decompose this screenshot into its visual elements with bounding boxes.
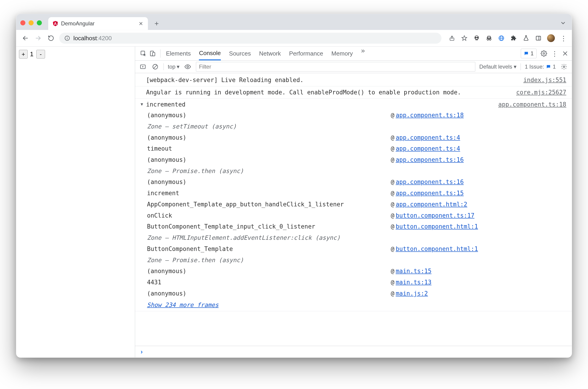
console-sidebar-toggle-icon[interactable] <box>139 63 147 71</box>
browser-tab[interactable]: DemoAngular × <box>48 17 148 30</box>
issues-button[interactable]: 1 Issue: 1 <box>525 64 556 70</box>
stack-frame-location: @app.component.ts:4 <box>391 132 566 143</box>
tab-sources[interactable]: Sources <box>229 47 251 60</box>
devtools-toolbar: Elements Console Sources Network Perform… <box>135 47 572 61</box>
devtools-settings-icon[interactable] <box>541 50 547 57</box>
browser-window: DemoAngular × + localhost:4200 <box>16 14 572 358</box>
messages-count: 1 <box>531 50 534 57</box>
stack-frame-function: (anonymous) <box>147 110 385 121</box>
stack-frame-function: (anonymous) <box>147 177 385 187</box>
source-link[interactable]: app.component.ts:18 <box>396 112 464 119</box>
stack-frame-function: onClick <box>147 210 385 221</box>
tab-elements[interactable]: Elements <box>166 47 191 60</box>
source-link[interactable]: main.js:2 <box>396 290 428 297</box>
prompt-caret-icon: › <box>141 348 143 356</box>
window-minimize[interactable] <box>29 20 33 25</box>
site-info-icon[interactable] <box>64 35 70 41</box>
reload-button[interactable] <box>46 33 56 43</box>
window-zoom[interactable] <box>37 20 42 25</box>
content-area: + 1 - Elements Console Sources Networ <box>16 47 572 357</box>
svg-rect-15 <box>536 36 541 40</box>
labs-flask-icon[interactable] <box>523 34 530 42</box>
new-tab-button[interactable]: + <box>152 19 162 29</box>
page-viewport: + 1 - <box>16 47 135 357</box>
source-link[interactable]: main.ts:15 <box>396 268 432 274</box>
svg-point-27 <box>187 66 189 68</box>
console-subtoolbar: top ▾ Default levels ▾ 1 Issue: 1 <box>135 61 572 73</box>
source-link[interactable]: app.component.ts:4 <box>396 134 460 141</box>
levels-label: Default levels <box>479 64 512 70</box>
log-levels-selector[interactable]: Default levels ▾ <box>479 64 517 70</box>
disclosure-triangle-icon[interactable]: ▼ <box>141 101 143 108</box>
stack-frame-function: timeout <box>147 144 385 154</box>
extension-incognito-icon[interactable] <box>485 34 493 42</box>
angular-favicon <box>52 21 58 27</box>
filter-input[interactable] <box>196 62 475 71</box>
messages-pill[interactable]: 1 <box>521 49 537 58</box>
counter-value: 1 <box>30 51 34 58</box>
tab-console[interactable]: Console <box>199 47 221 60</box>
source-link[interactable]: button.component.ts:17 <box>396 212 474 219</box>
url-path: :4200 <box>97 35 112 42</box>
tabs-overflow-button[interactable]: » <box>361 47 365 60</box>
source-link[interactable]: app.component.ts:16 <box>396 179 464 185</box>
extension-globe-icon[interactable] <box>498 34 505 42</box>
source-link[interactable]: button.component.html:1 <box>396 223 478 230</box>
tab-close-button[interactable]: × <box>138 20 144 27</box>
devtools-close-button[interactable] <box>562 51 568 57</box>
svg-rect-19 <box>153 52 155 56</box>
stack-frame-function: ButtonComponent_Template <box>147 244 385 254</box>
stack-frame-function: (anonymous) <box>147 266 385 276</box>
address-bar[interactable]: localhost:4200 <box>59 33 441 44</box>
tab-network[interactable]: Network <box>259 47 281 60</box>
devtools-more-icon[interactable]: ⋮ <box>551 50 558 58</box>
increment-button[interactable]: + <box>19 50 28 59</box>
browser-menu-button[interactable]: ⋮ <box>560 34 567 42</box>
tab-memory[interactable]: Memory <box>331 47 353 60</box>
profile-avatar[interactable] <box>547 34 555 42</box>
stack-frame-function: (anonymous) <box>147 155 385 165</box>
inspect-element-icon[interactable] <box>139 49 148 58</box>
source-link[interactable]: main.ts:13 <box>396 279 432 286</box>
trace-source-link[interactable]: app.component.ts:18 <box>498 99 566 110</box>
stack-frame-location: @main.ts:13 <box>391 277 566 288</box>
log-source-link[interactable]: core.mjs:25627 <box>516 87 566 97</box>
console-prompt[interactable]: › <box>135 346 572 357</box>
console-trace-row: ▼ incremented app.component.ts:18 (anony… <box>135 98 572 311</box>
stack-frame-location: @button.component.html:1 <box>391 222 566 232</box>
svg-marker-6 <box>462 36 467 40</box>
console-settings-icon[interactable] <box>560 63 568 71</box>
tab-overflow-button[interactable] <box>558 19 568 28</box>
source-link[interactable]: button.component.html:1 <box>396 245 478 252</box>
devtools-tabs: Elements Console Sources Network Perform… <box>166 47 521 60</box>
svg-point-8 <box>476 37 476 38</box>
context-selector[interactable]: top ▾ <box>168 64 179 70</box>
extensions-puzzle-icon[interactable] <box>510 34 517 42</box>
stack-frame-location: @app.component.ts:18 <box>391 110 566 121</box>
source-link[interactable]: app.component.html:2 <box>396 201 467 208</box>
source-link[interactable]: app.component.ts:4 <box>396 145 460 152</box>
back-button[interactable] <box>21 33 30 43</box>
side-panel-icon[interactable] <box>535 34 542 42</box>
live-expression-icon[interactable] <box>184 63 192 71</box>
window-controls <box>20 20 42 25</box>
stack-frame-location: @app.component.ts:4 <box>391 144 566 154</box>
dropdown-caret-icon: ▾ <box>177 64 179 70</box>
stack-frame-location: @button.component.ts:17 <box>391 210 566 221</box>
decrement-button[interactable]: - <box>36 50 45 59</box>
clear-console-icon[interactable] <box>151 63 159 71</box>
console-row: Angular is running in development mode. … <box>135 86 572 99</box>
extension-skull-icon[interactable] <box>473 34 480 42</box>
device-toolbar-icon[interactable] <box>148 49 157 58</box>
source-link[interactable]: app.component.ts:16 <box>396 156 464 163</box>
share-icon[interactable] <box>448 34 456 42</box>
bookmark-star-icon[interactable] <box>461 34 468 42</box>
source-link[interactable]: app.component.ts:15 <box>396 190 464 196</box>
show-more-frames-link[interactable]: Show 234 more frames <box>147 300 219 310</box>
log-source-link[interactable]: index.js:551 <box>523 75 566 85</box>
stack-async-boundary: Zone – Promise.then (async) <box>147 255 566 265</box>
window-close[interactable] <box>20 20 25 25</box>
tab-performance[interactable]: Performance <box>289 47 323 60</box>
forward-button[interactable] <box>33 33 43 43</box>
dropdown-caret-icon: ▾ <box>514 64 517 70</box>
